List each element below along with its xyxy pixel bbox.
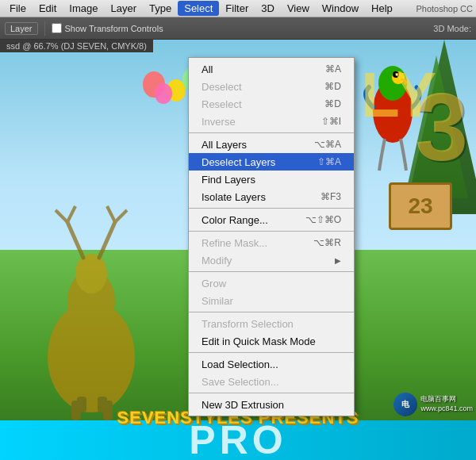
svg-line-4 (56, 210, 67, 222)
menu-type[interactable]: Type (143, 1, 178, 16)
menu-item-shortcut-refine-mask: ⌥⌘R (313, 237, 341, 248)
big-letter: LY (361, 63, 436, 127)
menu-item-shortcut-deselect: ⌘D (324, 81, 341, 92)
menu-item-modify: Modify▶ (189, 251, 354, 269)
svg-line-8 (107, 206, 115, 222)
menu-edit[interactable]: Edit (33, 1, 63, 16)
menu-select[interactable]: Select (178, 1, 219, 16)
menu-item-label-color-range: Color Range... (202, 214, 299, 226)
menu-item-similar: Similar (189, 292, 354, 309)
menu-item-label-deselect: Deselect (202, 81, 318, 93)
menu-item-label-modify: Modify (202, 255, 335, 266)
menu-filter[interactable]: Filter (219, 1, 255, 16)
divider-9 (189, 208, 354, 209)
menu-item-all[interactable]: All⌘A (189, 60, 354, 78)
divider-20 (189, 352, 354, 353)
divider-4 (189, 132, 354, 133)
menu-item-shortcut-deselect-layers: ⇧⌘A (317, 156, 341, 167)
menu-item-label-new-3d: New 3D Extrusion (202, 399, 341, 411)
menu-item-label-save-selection: Save Selection... (202, 376, 341, 388)
menu-item-shortcut-isolate-layers: ⌘F3 (321, 191, 341, 202)
menu-item-shortcut-all-layers: ⌥⌘A (314, 139, 341, 150)
select-dropdown-menu: All⌘ADeselect⌘DReselect⌘DInverse⇧⌘IAll L… (188, 57, 355, 416)
sign-box: 23 (389, 182, 452, 230)
svg-point-2 (75, 254, 107, 293)
menu-item-label-find-layers: Find Layers (202, 174, 341, 186)
menu-item-isolate-layers[interactable]: Isolate Layers⌘F3 (189, 188, 354, 205)
divider-14 (189, 271, 354, 272)
menu-item-new-3d[interactable]: New 3D Extrusion (189, 396, 354, 413)
watermark-area: 电 电脑百事网 www.pc841.com (393, 393, 473, 416)
app-name: Photoshop CC (416, 4, 473, 13)
menu-help[interactable]: Help (365, 1, 399, 16)
menu-item-shortcut-color-range: ⌥⇧⌘O (305, 214, 341, 225)
menu-item-shortcut-all: ⌘A (325, 63, 341, 75)
show-transform-label: Show Transform Controls (65, 24, 163, 33)
menu-item-load-selection[interactable]: Load Selection... (189, 355, 354, 373)
svg-line-6 (99, 222, 115, 258)
menu-item-save-selection: Save Selection... (189, 373, 354, 390)
menu-item-refine-mask: Refine Mask...⌥⌘R (189, 234, 354, 251)
3d-mode-label: 3D Mode: (433, 24, 471, 33)
menu-item-inverse: Inverse⇧⌘I (189, 113, 354, 130)
menu-item-shortcut-inverse: ⇧⌘I (321, 116, 341, 127)
menu-item-label-inverse: Inverse (202, 116, 315, 128)
deer-silhouette (12, 198, 171, 420)
menu-item-deselect: Deselect⌘D (189, 78, 354, 95)
menu-item-label-all-layers: All Layers (202, 139, 308, 151)
canvas-area: ssd @ 66.7% (DJ SEVEN, CMYK/8) (0, 40, 476, 460)
menu-item-quick-mask[interactable]: Edit in Quick Mask Mode (189, 332, 354, 350)
layer-selector[interactable]: Layer (5, 22, 38, 35)
menu-item-deselect-layers[interactable]: Deselect Layers⇧⌘A (189, 153, 354, 171)
menu-layer[interactable]: Layer (105, 1, 144, 16)
menu-item-label-quick-mask: Edit in Quick Mask Mode (202, 335, 341, 347)
show-transform-checkbox[interactable] (52, 23, 62, 33)
svg-line-5 (67, 206, 75, 222)
canvas-title: ssd @ 66.7% (DJ SEVEN, CMYK/8) (0, 40, 153, 52)
menu-file[interactable]: File (3, 1, 33, 16)
menu-bar: File Edit Image Layer Type Select Filter… (0, 0, 476, 17)
menu-item-label-reselect: Reselect (202, 98, 318, 110)
menu-item-label-load-selection: Load Selection... (202, 358, 341, 370)
watermark-text: 电脑百事网 www.pc841.com (420, 395, 473, 413)
toolbar: Layer Show Transform Controls 3D Mode: (0, 17, 476, 40)
menu-item-arrow-modify: ▶ (335, 256, 341, 265)
divider-11 (189, 231, 354, 232)
menu-item-reselect: Reselect⌘D (189, 95, 354, 113)
menu-view[interactable]: View (281, 1, 316, 16)
svg-line-7 (115, 210, 127, 222)
menu-item-shortcut-reselect: ⌘D (324, 98, 341, 109)
watermark-logo: 电 (393, 393, 417, 416)
svg-line-3 (67, 222, 83, 258)
menu-item-label-deselect-layers: Deselect Layers (202, 156, 311, 168)
menu-item-label-refine-mask: Refine Mask... (202, 237, 307, 249)
menu-item-transform-selection: Transform Selection (189, 315, 354, 332)
divider-17 (189, 312, 354, 312)
menu-item-label-similar: Similar (202, 295, 341, 307)
divider-23 (189, 393, 354, 393)
menu-item-grow: Grow (189, 274, 354, 292)
menu-item-all-layers[interactable]: All Layers⌥⌘A (189, 136, 354, 153)
menu-window[interactable]: Window (316, 1, 365, 16)
menu-item-label-isolate-layers: Isolate Layers (202, 191, 314, 203)
menu-image[interactable]: Image (63, 1, 104, 16)
menu-item-color-range[interactable]: Color Range...⌥⇧⌘O (189, 211, 354, 228)
menu-item-label-grow: Grow (202, 278, 341, 289)
menu-item-label-transform-selection: Transform Selection (202, 318, 341, 330)
menu-3d[interactable]: 3D (255, 1, 281, 16)
menu-item-find-layers[interactable]: Find Layers (189, 171, 354, 188)
menu-item-label-all: All (202, 63, 319, 75)
